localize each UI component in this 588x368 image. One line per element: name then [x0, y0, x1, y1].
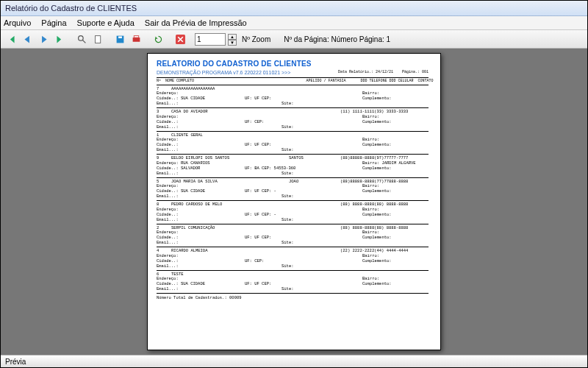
- menu-sair[interactable]: Sair da Prévia de Impressão: [145, 18, 247, 27]
- record-row: 8PEDRO CARDOSO DE MELO(88) 8888-8888(88)…: [157, 202, 429, 224]
- page-icon[interactable]: [90, 32, 105, 46]
- refresh-icon[interactable]: [151, 32, 165, 46]
- record-row: 7AAAAAAAAAAAAAAAAAAEndereço: Bairro: Cid…: [157, 87, 429, 109]
- svg-rect-4: [132, 38, 140, 42]
- svg-rect-5: [134, 35, 139, 37]
- page-info: Nº da Página: Número Página: 1: [284, 35, 390, 43]
- statusbar: Prévia: [1, 355, 587, 367]
- window-title: Relatório do Cadastro de CLIENTES: [5, 4, 137, 13]
- zoom-control: ▲▼ Nº Zoom: [195, 33, 270, 46]
- status-text: Prévia: [5, 358, 26, 366]
- preview-stage[interactable]: RELATORIO DO CADASTRO DE CLIENTES DEMONS…: [1, 49, 587, 355]
- column-header: Nº NOME COMPLETO APELIDO / FANTASIA DDD …: [157, 79, 429, 83]
- record-row: 6TESTEEndereço: Bairro: Cidade..: SUA CI…: [157, 272, 429, 294]
- record-row: 3CASA DO AVIADOR(11) 1111-1111(33) 3333-…: [157, 110, 429, 132]
- menu-pagina[interactable]: Página: [41, 18, 66, 27]
- zoom-label: Nº Zoom: [242, 35, 270, 43]
- nav-last-button[interactable]: [52, 32, 67, 46]
- titlebar: Relatório do Cadastro de CLIENTES: [1, 1, 587, 16]
- total-row: Número Total de Cadastrados.: 00009: [157, 296, 429, 301]
- zoom-spinner[interactable]: ▲▼: [228, 34, 237, 45]
- svg-rect-1: [95, 35, 100, 43]
- records-container: 7AAAAAAAAAAAAAAAAAAEndereço: Bairro: Cid…: [157, 87, 429, 294]
- report-subtitle: DEMONSTRAÇÃO PROGRAMA v7.6 220222 011021…: [157, 70, 429, 77]
- save-icon[interactable]: [112, 32, 127, 46]
- app-window: Relatório do Cadastro de CLIENTES Arquiv…: [0, 0, 588, 368]
- nav-prev-button[interactable]: [20, 32, 35, 46]
- zoom-icon[interactable]: [74, 32, 89, 46]
- record-row: 9EELDO EIRLOPI DOS SANTOSSANTOS(88)88888…: [157, 156, 429, 178]
- record-row: 4RICARDO ALMEIDA(22) 2222-2222(44) 4444-…: [157, 249, 429, 271]
- record-row: 1CLIENTE GERALEndereço: Bairro: Cidade..…: [157, 133, 429, 155]
- report-page: RELATORIO DO CADASTRO DE CLIENTES DEMONS…: [147, 53, 441, 350]
- toolbar: ▲▼ Nº Zoom Nº da Página: Número Página: …: [1, 30, 587, 49]
- nav-first-button[interactable]: [4, 32, 18, 46]
- report-title: RELATORIO DO CADASTRO DE CLIENTES: [157, 60, 429, 69]
- svg-rect-3: [118, 36, 122, 38]
- close-icon[interactable]: [173, 32, 187, 46]
- print-icon[interactable]: [129, 32, 143, 46]
- svg-point-0: [78, 35, 83, 40]
- zoom-input[interactable]: [195, 33, 226, 46]
- menubar: Arquivo Página Suporte e Ajuda Sair da P…: [1, 16, 587, 30]
- nav-next-button[interactable]: [36, 32, 51, 46]
- record-row: 5JOAO MARIA DA SILVAJOAO(88)88888-8888(7…: [157, 180, 429, 202]
- menu-suporte[interactable]: Suporte e Ajuda: [77, 18, 135, 27]
- menu-arquivo[interactable]: Arquivo: [4, 18, 31, 27]
- record-row: 2SERPIL COMUNICAÇÃO(88) 8888-8888(88) 88…: [157, 226, 429, 248]
